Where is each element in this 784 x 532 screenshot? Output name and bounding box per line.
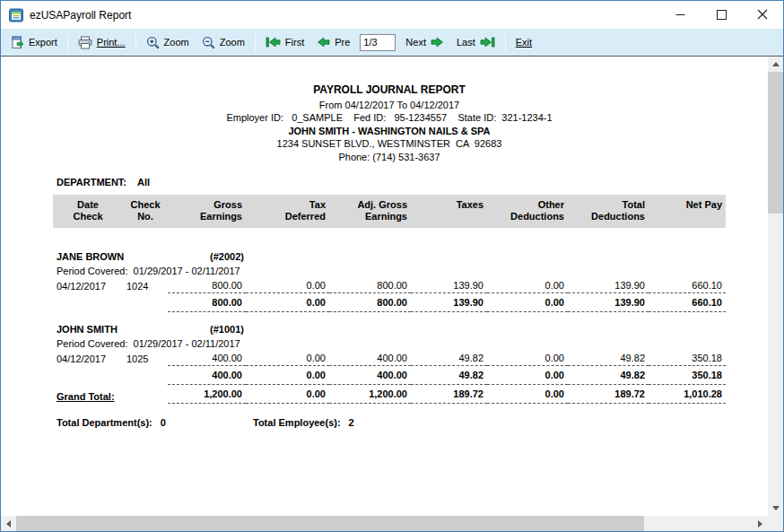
amount-cell: 0.00	[246, 278, 329, 293]
period-row: Period Covered: 01/29/2017 - 02/11/2017	[53, 264, 726, 278]
amount-cell: 0.00	[246, 351, 329, 366]
app-window: ezUSAPayroll Report Export Print.	[0, 0, 784, 532]
subtotal-amount: 350.18	[649, 366, 726, 385]
subtotal-amount: 660.10	[649, 293, 726, 312]
first-page-button[interactable]: First	[259, 33, 310, 51]
company-address: 1234 SUNSET BLVD., WESTMINSTER CA 92683	[53, 137, 726, 151]
exit-button[interactable]: Exit	[510, 34, 538, 50]
scrollbar-corner	[768, 516, 783, 531]
last-page-button[interactable]: Last	[450, 33, 501, 51]
print-label: Print...	[97, 37, 126, 48]
close-button[interactable]	[742, 1, 783, 29]
subtotal-amount: 0.00	[246, 366, 329, 385]
report-viewer: PAYROLL JOURNAL REPORT From 04/12/2017 T…	[1, 56, 783, 531]
app-icon	[9, 8, 23, 22]
page-number-input[interactable]	[360, 34, 396, 51]
column-header: GrossEarnings	[168, 195, 246, 228]
export-button[interactable]: Export	[4, 33, 64, 52]
employee-header: JOHN SMITH(#1001)	[53, 312, 726, 337]
subtotal-amount: 400.00	[168, 366, 246, 385]
horizontal-scroll-thumb[interactable]	[16, 516, 644, 531]
last-page-icon	[480, 36, 495, 48]
table-cell	[123, 366, 168, 385]
grand-total-row: Grand Total:1,200.000.001,200.00189.720.…	[53, 385, 726, 404]
period-row: Period Covered: 01/29/2017 - 02/11/2017	[53, 336, 726, 351]
employee-name: JOHN SMITH	[57, 324, 210, 335]
column-header: TotalDeductions	[568, 195, 649, 228]
check-no-cell: 1024	[123, 278, 168, 293]
report-page: PAYROLL JOURNAL REPORT From 04/12/2017 T…	[1, 57, 768, 516]
date-cell: 04/12/2017	[53, 351, 123, 366]
grand-total-amount: 0.00	[246, 385, 329, 404]
employee-number: (#1001)	[210, 324, 244, 335]
employee-header-row: JANE BROWN(#2002)	[53, 228, 726, 264]
column-header: Net Pay	[649, 195, 726, 228]
subtotal-amount: 800.00	[329, 293, 411, 312]
amount-cell: 139.90	[568, 278, 649, 293]
print-button[interactable]: Print...	[72, 33, 132, 52]
period-covered: Period Covered: 01/29/2017 - 02/11/2017	[53, 264, 726, 278]
subtotal-amount: 400.00	[329, 366, 411, 385]
zoom-out-button[interactable]: Zoom	[196, 33, 251, 52]
prev-page-button[interactable]: Pre	[310, 33, 356, 51]
subtotal-amount: 0.00	[487, 366, 568, 385]
data-row: 04/12/20171025400.000.00400.0049.820.004…	[53, 351, 726, 366]
data-row: 04/12/20171024800.000.00800.00139.900.00…	[53, 278, 726, 293]
subtotal-row: 800.000.00800.00139.900.00139.90660.10	[53, 293, 726, 312]
first-page-label: First	[285, 37, 304, 48]
right-arrow-icon	[758, 520, 762, 528]
down-arrow-icon	[772, 506, 780, 510]
vertical-scrollbar[interactable]	[768, 57, 783, 516]
total-employees-value: 2	[349, 417, 354, 428]
grand-total-amount: 1,200.00	[168, 385, 246, 404]
amount-cell: 800.00	[329, 278, 411, 293]
column-header: Adj. GrossEarnings	[329, 195, 411, 228]
zoom-in-icon	[146, 36, 160, 49]
vertical-scroll-thumb[interactable]	[768, 72, 783, 214]
subtotal-amount: 49.82	[568, 366, 649, 385]
scroll-right-arrow[interactable]	[753, 516, 768, 531]
zoom-in-button[interactable]: Zoom	[140, 33, 196, 52]
horizontal-scrollbar[interactable]	[1, 516, 768, 531]
subtotal-amount: 0.00	[487, 293, 568, 312]
first-page-icon	[266, 36, 281, 48]
total-departments: Total Department(s):0	[57, 417, 253, 428]
column-header: DateCheck	[53, 195, 123, 228]
export-icon	[11, 36, 24, 49]
toolbar-separator	[67, 33, 68, 51]
employee-header: JANE BROWN(#2002)	[53, 228, 726, 264]
amount-cell: 800.00	[168, 278, 246, 293]
scroll-down-arrow[interactable]	[768, 501, 783, 516]
column-header: CheckNo.	[123, 195, 168, 228]
scroll-up-arrow[interactable]	[768, 57, 783, 72]
amount-cell: 660.10	[649, 278, 726, 293]
grand-total-amount: 1,200.00	[329, 385, 411, 404]
titlebar[interactable]: ezUSAPayroll Report	[1, 1, 783, 29]
company-phone: Phone: (714) 531-3637	[53, 151, 726, 164]
printer-icon	[78, 36, 92, 49]
employee-name: JANE BROWN	[57, 251, 210, 262]
toolbar-separator	[135, 33, 136, 51]
scroll-left-arrow[interactable]	[1, 516, 16, 531]
left-arrow-icon	[6, 520, 11, 528]
report-date-range: From 04/12/2017 To 04/12/2017	[53, 99, 726, 112]
grand-total-amount: 1,010.28	[649, 385, 726, 404]
amount-cell: 49.82	[411, 351, 487, 366]
totals-summary: Total Department(s):0 Total Employee(s):…	[57, 417, 768, 428]
zoom-out-icon	[202, 36, 215, 49]
department-line: DEPARTMENT:All	[57, 177, 768, 188]
minimize-button[interactable]	[659, 1, 701, 29]
close-icon	[757, 7, 768, 23]
company-name: JOHN SMITH - WASHINGTON NAILS & SPA	[53, 125, 726, 138]
amount-cell: 350.18	[649, 351, 726, 366]
check-no-cell: 1025	[123, 351, 168, 366]
next-page-icon	[431, 36, 444, 48]
total-departments-value: 0	[161, 417, 166, 428]
table-body: JANE BROWN(#2002)Period Covered: 01/29/2…	[53, 228, 726, 404]
department-value: All	[137, 177, 150, 188]
next-page-button[interactable]: Next	[399, 33, 450, 51]
zoom-out-label: Zoom	[220, 37, 245, 48]
report-title: PAYROLL JOURNAL REPORT	[53, 83, 726, 97]
employee-number: (#2002)	[210, 251, 244, 262]
maximize-button[interactable]	[701, 1, 742, 29]
